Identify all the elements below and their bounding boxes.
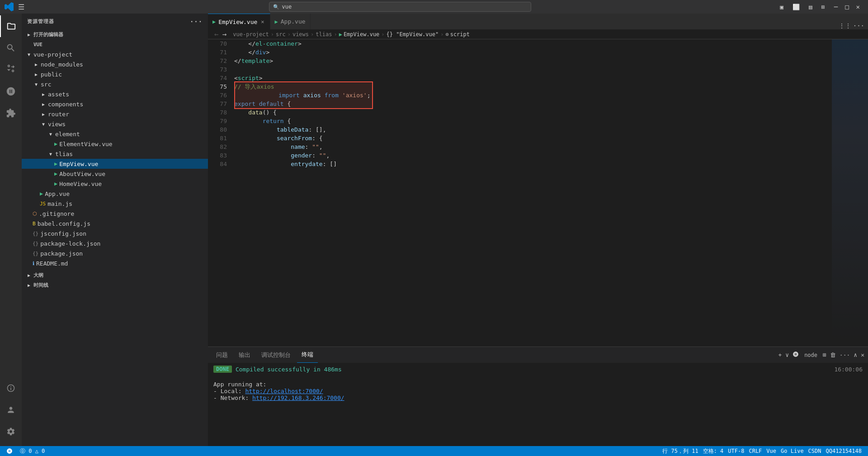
- sidebar-item-babel[interactable]: B babel.config.js: [22, 218, 208, 228]
- sidebar-item-node-modules[interactable]: ▶ node_modules: [22, 59, 208, 69]
- remote-status[interactable]: [5, 448, 14, 454]
- sidebar-item-element[interactable]: ▼ element: [22, 129, 208, 139]
- activity-settings[interactable]: [0, 421, 22, 442]
- split-terminal-btn[interactable]: ⊞: [823, 352, 826, 358]
- toggle-secondary-btn[interactable]: ▤: [809, 4, 812, 10]
- sidebar-item-readme[interactable]: ℹ README.md: [22, 258, 208, 268]
- sidebar-item-package-lock[interactable]: {} package-lock.json: [22, 238, 208, 248]
- local-url-line: - Local: http://localhost:7000/: [213, 388, 863, 394]
- network-url[interactable]: http://192.168.3.246:7000/: [252, 394, 344, 401]
- panel-close-btn[interactable]: ✕: [861, 352, 864, 358]
- close-button[interactable]: ✕: [853, 3, 863, 10]
- sidebar-item-public[interactable]: ▶ public: [22, 69, 208, 79]
- sidebar-item-timeline[interactable]: ▶ 时间线: [22, 280, 208, 290]
- encoding-status[interactable]: UTF-8: [726, 448, 746, 454]
- local-url[interactable]: http://localhost:7000/: [245, 388, 323, 394]
- line-ending-status[interactable]: CRLF: [747, 448, 764, 454]
- vue-file-icon: ▶: [54, 171, 57, 177]
- sidebar-item-assets[interactable]: ▶ assets: [22, 89, 208, 99]
- sidebar-item-gitignore[interactable]: ⬡ .gitignore: [22, 209, 208, 218]
- tab-empview[interactable]: ▶ EmpView.vue ✕: [208, 14, 270, 29]
- more-actions-btn[interactable]: ···: [853, 22, 864, 29]
- sidebar-more-actions[interactable]: ···: [190, 18, 203, 25]
- opened-editors-label: 打开的编辑器: [33, 31, 63, 38]
- sidebar-item-components[interactable]: ▶ components: [22, 99, 208, 109]
- sidebar-item-vue-project[interactable]: ▼ vue-project: [22, 49, 208, 59]
- terminal-dropdown-btn[interactable]: ∨: [785, 352, 789, 358]
- split-editor-btn[interactable]: ⋮⋮: [839, 22, 851, 29]
- sidebar-item-home-view[interactable]: ▶ HomeView.vue: [22, 179, 208, 189]
- nav-forward-btn[interactable]: →: [222, 29, 228, 39]
- qq-status[interactable]: QQ412154148: [824, 448, 863, 454]
- panel-maximize-btn[interactable]: ∧: [854, 352, 857, 358]
- sidebar: 资源管理器 ··· ▶ 打开的编辑器 VUE ▼ vue-project ▶: [22, 14, 208, 446]
- sidebar-item-emp-view[interactable]: ▶ EmpView.vue: [22, 159, 208, 169]
- sidebar-item-element-view[interactable]: ▶ ElementView.vue: [22, 139, 208, 149]
- tab-empview-close[interactable]: ✕: [260, 18, 265, 25]
- activity-remote[interactable]: [0, 377, 22, 399]
- sidebar-item-jsconfig[interactable]: {} jsconfig.json: [22, 228, 208, 238]
- indentation-status[interactable]: 空格: 4: [701, 447, 726, 455]
- error-warning-status[interactable]: ⓪ 0 △ 0: [18, 447, 47, 455]
- search-bar[interactable]: 🔍 vue: [269, 2, 531, 12]
- minimize-button[interactable]: ─: [830, 3, 841, 10]
- language-status[interactable]: Vue: [764, 448, 778, 454]
- tab-appvue[interactable]: ▶ App.vue: [270, 14, 311, 29]
- hamburger-menu-icon[interactable]: ☰: [18, 3, 24, 11]
- cursor-position: 行 75，列 11: [662, 447, 698, 455]
- qq-label: QQ412154148: [826, 448, 862, 454]
- activity-account[interactable]: [0, 399, 22, 421]
- panel-tab-debug[interactable]: 调试控制台: [257, 347, 295, 363]
- cursor-position-status[interactable]: 行 75，列 11: [660, 447, 700, 455]
- new-terminal-btn[interactable]: +: [778, 352, 782, 358]
- jsconfig-label: jsconfig.json: [40, 230, 86, 237]
- csdn-status[interactable]: CSDN: [807, 448, 823, 454]
- kill-terminal-btn[interactable]: 🗑: [830, 352, 836, 358]
- sidebar-item-outline[interactable]: ▶ 大纲: [22, 270, 208, 280]
- nav-back-btn[interactable]: ←: [213, 29, 220, 39]
- go-live-status[interactable]: Go Live: [779, 448, 806, 454]
- chevron-right-icon: ▶: [40, 112, 47, 117]
- sidebar-item-tlias[interactable]: ▼ tlias: [22, 149, 208, 159]
- chevron-down-icon: ▼: [25, 52, 33, 57]
- sidebar-item-opened-editors[interactable]: ▶ 打开的编辑器: [22, 29, 208, 39]
- line-num-76: 76: [208, 91, 227, 100]
- sidebar-item-router[interactable]: ▶ router: [22, 109, 208, 119]
- src-label: src: [41, 81, 51, 88]
- gitignore-label: .gitignore: [39, 210, 74, 217]
- toggle-layout-btn[interactable]: ⊞: [821, 4, 825, 10]
- panel-tab-actions: + ∨ node ⊞ 🗑 ··· ∧ ✕: [778, 351, 864, 359]
- panel-tab-issues[interactable]: 问题: [212, 347, 232, 363]
- sidebar-item-app-vue[interactable]: ▶ App.vue: [22, 189, 208, 199]
- activity-explorer[interactable]: [0, 15, 22, 37]
- terminal-node-btn[interactable]: [793, 351, 799, 359]
- line-num-71: 71: [208, 48, 227, 57]
- activity-search[interactable]: [0, 37, 22, 59]
- panel-tab-terminal[interactable]: 终端: [297, 347, 318, 363]
- json-file-icon: {}: [33, 241, 38, 247]
- toggle-panel-btn[interactable]: ⬜: [793, 4, 800, 10]
- vue-breadcrumb-icon: ▶: [339, 31, 342, 38]
- sidebar-content: ▶ 打开的编辑器 VUE ▼ vue-project ▶ node_module…: [22, 29, 208, 446]
- status-right: 行 75，列 11 空格: 4 UTF-8 CRLF Vue Go Live C…: [660, 447, 863, 455]
- activity-run-debug[interactable]: [0, 81, 22, 102]
- sidebar-item-main-js[interactable]: JS main.js: [22, 199, 208, 209]
- code-editor: 70 71 72 73 74 75 76 77 78 79 80 81 82 8…: [208, 39, 868, 347]
- json-file-icon: {}: [33, 231, 38, 237]
- activity-source-control[interactable]: [0, 59, 22, 81]
- panel-tab-output[interactable]: 输出: [234, 347, 255, 363]
- panel-tab-issues-label: 问题: [216, 351, 228, 359]
- sidebar-item-about-view[interactable]: ▶ AboutView.vue: [22, 169, 208, 179]
- assets-label: assets: [48, 91, 69, 98]
- code-content[interactable]: </el-container> </div> </template> <scri…: [231, 39, 832, 347]
- toggle-sidebar-btn[interactable]: ▣: [780, 4, 783, 10]
- activity-extensions[interactable]: [0, 102, 22, 124]
- line-num-81: 81: [208, 134, 227, 142]
- chevron-right-icon: ▶: [33, 62, 40, 67]
- sidebar-item-package[interactable]: {} package.json: [22, 248, 208, 258]
- more-panel-btn[interactable]: ···: [840, 352, 850, 358]
- maximize-button[interactable]: □: [841, 3, 852, 10]
- sidebar-item-src[interactable]: ▼ src: [22, 79, 208, 89]
- panel-content[interactable]: DONE Compiled successfully in 486ms 16:0…: [208, 363, 868, 446]
- sidebar-item-views[interactable]: ▼ views: [22, 119, 208, 129]
